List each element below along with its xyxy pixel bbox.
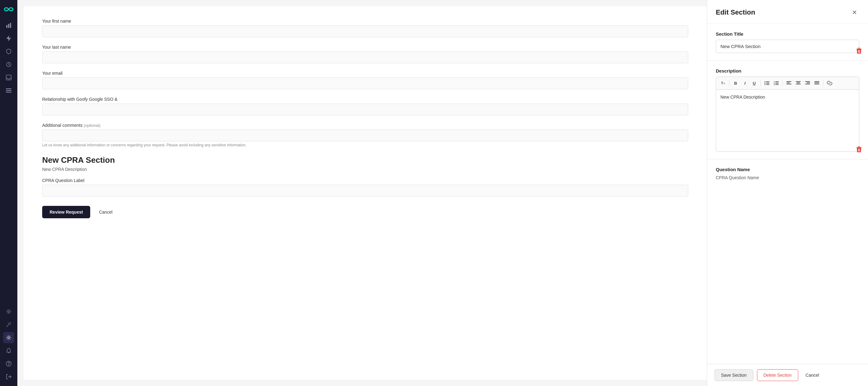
gear-active-icon[interactable] (3, 332, 14, 343)
svg-rect-33 (786, 84, 792, 84)
email-label: Your email (42, 71, 688, 76)
help-icon[interactable] (3, 358, 14, 369)
svg-rect-32 (786, 83, 790, 83)
cpra-question-label: CPRA Question Label (42, 178, 688, 183)
svg-rect-34 (796, 81, 801, 82)
cpra-question-field: CPRA Question Label (42, 178, 688, 197)
toolbar-align-left-button[interactable] (785, 79, 793, 87)
toolbar-divider-3 (782, 80, 783, 86)
svg-rect-1 (8, 24, 9, 28)
inbox-icon[interactable] (3, 72, 14, 83)
svg-point-9 (8, 311, 10, 313)
description-field-label: Description (716, 68, 859, 73)
section-title-card: Section Title (707, 24, 868, 61)
logout-icon[interactable] (3, 371, 14, 382)
chart-bar-icon[interactable] (3, 20, 14, 31)
toolbar-bold-button[interactable]: B (731, 79, 740, 87)
description-card: Description Tx B I U (707, 61, 868, 159)
svg-rect-7 (6, 90, 11, 91)
notification-icon[interactable] (3, 345, 14, 356)
main-content: Your first name Your last name Your emai… (18, 0, 707, 386)
toolbar-align-right-button[interactable] (803, 79, 812, 87)
svg-point-19 (765, 81, 765, 82)
shield-icon[interactable] (3, 46, 14, 57)
clock-icon[interactable] (3, 59, 14, 70)
toolbar-italic-button[interactable]: I (741, 79, 749, 87)
section-desc-display: New CPRA Description (42, 167, 688, 172)
relationship-input[interactable] (42, 103, 688, 115)
toolbar-divider-1 (729, 80, 730, 86)
first-name-label: Your first name (42, 19, 688, 24)
cancel-panel-button[interactable]: Cancel (802, 369, 823, 381)
svg-rect-24 (766, 84, 769, 85)
wand-icon[interactable] (3, 319, 14, 330)
review-request-button[interactable]: Review Request (42, 206, 90, 218)
comments-label: Additional comments (optional) (42, 123, 688, 128)
toolbar-link-button[interactable] (825, 79, 834, 87)
toolbar-justify-button[interactable] (812, 79, 821, 87)
close-panel-button[interactable]: ✕ (849, 7, 859, 18)
toolbar-align-center-button[interactable] (794, 79, 803, 87)
svg-point-21 (765, 83, 765, 84)
svg-rect-35 (797, 83, 800, 83)
svg-rect-26 (775, 82, 779, 82)
first-name-field: Your first name (42, 19, 688, 37)
svg-rect-20 (766, 82, 769, 82)
toolbar-underline-button[interactable]: U (750, 79, 758, 87)
svg-marker-3 (6, 36, 11, 41)
bolt-icon[interactable] (3, 33, 14, 44)
list-icon[interactable] (3, 85, 14, 96)
svg-rect-2 (10, 23, 11, 28)
toolbar-divider-4 (823, 80, 824, 86)
toolbar-text-button[interactable]: Tx (719, 79, 727, 87)
section-title-input[interactable] (716, 40, 859, 53)
form-area: Your first name Your last name Your emai… (24, 6, 707, 380)
description-editor[interactable]: New CPRA Description (716, 90, 859, 152)
toolbar-divider-2 (761, 80, 761, 86)
email-input[interactable] (42, 78, 688, 89)
first-name-input[interactable] (42, 25, 688, 37)
relationship-label: Relationship with Goofy Google SSO & (42, 97, 688, 102)
svg-rect-39 (805, 84, 810, 84)
edit-panel-title: Edit Section (716, 8, 755, 17)
comments-input[interactable] (42, 129, 688, 141)
delete-section-title-icon[interactable] (856, 48, 862, 56)
svg-rect-42 (814, 84, 819, 84)
edit-panel-body: Section Title Description Tx B I U (707, 24, 868, 364)
last-name-label: Your last name (42, 44, 688, 50)
svg-rect-8 (6, 92, 11, 93)
svg-point-14 (8, 337, 10, 338)
last-name-input[interactable] (42, 52, 688, 63)
save-section-button[interactable]: Save Section (715, 369, 753, 381)
cancel-main-button[interactable]: Cancel (94, 206, 118, 218)
cpra-question-input[interactable] (42, 185, 688, 197)
svg-rect-31 (786, 81, 792, 82)
edit-panel-header: Edit Section ✕ (707, 0, 868, 24)
email-field: Your email (42, 71, 688, 89)
sidebar (0, 0, 18, 386)
edit-section-panel: Edit Section ✕ Section Title Description… (707, 0, 868, 386)
svg-line-10 (6, 324, 10, 327)
svg-rect-22 (766, 83, 769, 83)
svg-rect-40 (814, 81, 819, 82)
svg-rect-28 (775, 83, 779, 83)
delete-description-icon[interactable] (856, 146, 862, 154)
relationship-field: Relationship with Goofy Google SSO & (42, 97, 688, 115)
comments-helper: Let us know any additional information o… (42, 143, 688, 148)
svg-line-11 (10, 322, 11, 324)
svg-point-23 (765, 84, 765, 85)
question-name-card: Question Name CPRA Question Name (707, 159, 868, 187)
question-name-field-label: Question Name (716, 167, 859, 172)
svg-rect-37 (805, 81, 810, 82)
editor-toolbar: Tx B I U (716, 77, 859, 90)
svg-rect-0 (6, 25, 7, 28)
settings-top-icon[interactable] (3, 306, 14, 317)
last-name-field: Your last name (42, 44, 688, 63)
svg-rect-30 (775, 84, 779, 85)
logo[interactable] (3, 4, 14, 15)
svg-text:3.: 3. (774, 84, 775, 85)
toolbar-bullet-list-button[interactable] (763, 79, 771, 87)
toolbar-numbered-list-button[interactable]: 1. 2. 3. (772, 79, 781, 87)
delete-section-button[interactable]: Delete Section (757, 369, 798, 381)
edit-panel-footer: Save Section Delete Section Cancel (707, 364, 868, 386)
